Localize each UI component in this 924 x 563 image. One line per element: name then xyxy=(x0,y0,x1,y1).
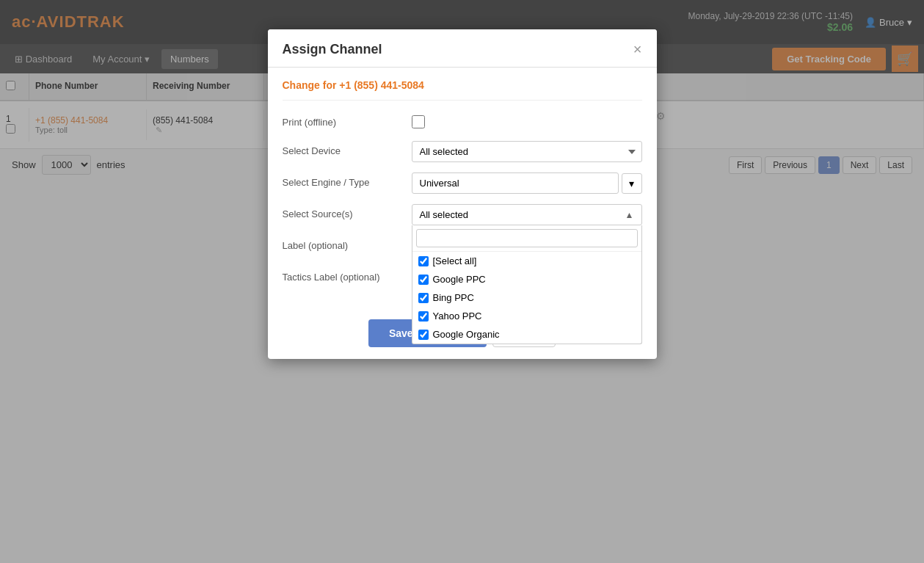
modal-body: Change for +1 (855) 441-5084 Print (offl… xyxy=(268,73,657,310)
select-sources-row: Select Source(s) All selected ▲ xyxy=(283,204,642,225)
source-label-googleorganic: Google Organic xyxy=(433,329,500,340)
select-sources-dropdown: [Select all] Google PPC Bing PPC xyxy=(412,225,642,344)
engine-type-input[interactable] xyxy=(412,172,619,194)
print-offline-control xyxy=(412,112,642,131)
select-sources-label: Select Source(s) xyxy=(283,204,400,219)
sources-list: [Select all] Google PPC Bing PPC xyxy=(412,251,641,344)
engine-select-wrap: ▾ xyxy=(412,172,642,194)
tactics-label-label: Tactics Label (optional) xyxy=(283,267,400,283)
source-label-bingppc: Bing PPC xyxy=(433,292,474,303)
print-offline-label: Print (offline) xyxy=(283,112,400,128)
label-optional-label: Label (optional) xyxy=(283,236,400,251)
source-item-yahooppc[interactable]: Yahoo PPC xyxy=(412,307,641,325)
select-sources-control: All selected ▲ [Select all] xyxy=(412,204,642,225)
source-checkbox-selectall[interactable] xyxy=(418,256,429,266)
source-checkbox-yahooppc[interactable] xyxy=(418,311,429,322)
source-checkbox-bingppc[interactable] xyxy=(418,293,429,303)
sources-search-input[interactable] xyxy=(416,229,638,247)
print-offline-checkbox[interactable] xyxy=(412,115,425,128)
select-engine-control: ▾ xyxy=(412,172,642,194)
select-sources-value: All selected xyxy=(420,209,468,220)
select-sources-multiselect: All selected ▲ [Select all] xyxy=(412,204,642,225)
assign-channel-modal: Assign Channel × Change for +1 (855) 441… xyxy=(268,73,657,359)
print-offline-row: Print (offline) xyxy=(283,112,642,131)
source-label-yahooppc: Yahoo PPC xyxy=(433,310,482,322)
select-device-control: All selected Desktop Mobile Tablet xyxy=(412,141,642,162)
source-checkbox-googleppc[interactable] xyxy=(418,275,429,285)
select-sources-trigger[interactable]: All selected ▲ xyxy=(412,204,642,225)
source-label-googleppc: Google PPC xyxy=(433,274,486,285)
select-device-label: Select Device xyxy=(283,141,400,156)
source-item-bingppc[interactable]: Bing PPC xyxy=(412,288,641,307)
multiselect-arrow-icon: ▲ xyxy=(625,210,634,220)
select-engine-row: Select Engine / Type ▾ xyxy=(283,172,642,194)
source-label-selectall: [Select all] xyxy=(433,255,477,266)
select-device-row: Select Device All selected Desktop Mobil… xyxy=(283,141,642,162)
change-for-label: Change for +1 (855) 441-5084 xyxy=(283,79,642,101)
source-checkbox-googleorganic[interactable] xyxy=(418,330,429,340)
engine-dropdown-btn[interactable]: ▾ xyxy=(622,173,642,194)
select-engine-label: Select Engine / Type xyxy=(283,172,400,188)
source-item-googleppc[interactable]: Google PPC xyxy=(412,270,641,288)
source-item-googleorganic[interactable]: Google Organic xyxy=(412,325,641,344)
main-content: Phone Number Receiving Number A R N Assi… xyxy=(0,73,924,563)
source-item-selectall[interactable]: [Select all] xyxy=(412,252,641,270)
modal-overlay: Assign Channel × Change for +1 (855) 441… xyxy=(0,73,924,563)
select-device-dropdown[interactable]: All selected Desktop Mobile Tablet xyxy=(412,141,642,162)
